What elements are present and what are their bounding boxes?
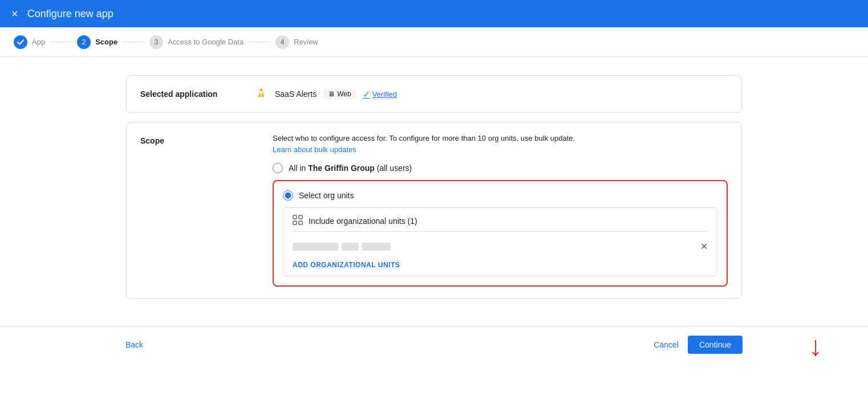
bulk-link[interactable]: Learn about bulk updates [273,145,356,154]
step-review: 4 Review [275,35,318,49]
blur-3 [362,243,391,251]
svg-rect-6 [299,221,302,224]
back-button[interactable]: Back [125,340,143,349]
org-name: The Griffin Group [308,164,375,173]
app-info: SaaS Alerts 🖥 Web ✓ Verified [254,87,397,101]
radio-select-label: Select org units [299,191,354,200]
step-access: 3 Access to Google Data [149,35,244,49]
close-button[interactable]: × [11,7,18,21]
stepper: App 2 Scope 3 Access to Google Data 4 Re… [0,27,868,57]
org-unit-blurred [293,243,391,251]
select-org-radio[interactable]: Select org units [283,190,717,201]
web-badge: 🖥 Web [323,89,355,99]
header: × Configure new app [0,0,868,27]
radio-select-input[interactable] [283,190,293,201]
blur-2 [342,243,359,251]
step-connector-1 [50,42,72,42]
footer-right: Cancel Continue [654,336,743,354]
radio-all-option[interactable]: All in The Griffin Group (all users) [273,163,728,173]
verified-icon: ✓ [363,89,370,100]
svg-rect-3 [293,215,297,219]
web-badge-label: Web [337,90,351,98]
step-1-circle [14,35,27,49]
grid-icon [293,215,303,227]
cancel-button[interactable]: Cancel [654,340,679,349]
footer: Back Cancel Continue [0,326,868,363]
org-units-inner: Include organizational units (1) ✕ ADD O… [283,207,717,276]
selected-app-label: Selected application [140,89,254,99]
svg-rect-5 [293,221,297,224]
radio-all-input[interactable] [273,163,283,173]
blur-1 [293,243,338,251]
app-name: SaaS Alerts [275,89,317,99]
selected-app-card: Selected application SaaS Alerts 🖥 Web ✓… [126,75,742,113]
continue-button[interactable]: Continue [688,336,743,354]
page-title: Configure new app [27,8,113,20]
step-app: App [14,35,45,49]
svg-point-0 [260,89,263,92]
org-units-container: Select org units Include [273,180,728,287]
scope-title: Scope [140,134,254,287]
scope-card: Scope Select who to configure access for… [126,122,742,299]
step-4-label: Review [294,38,318,46]
org-unit-item: ✕ [293,239,708,254]
remove-org-unit-button[interactable]: ✕ [700,241,708,252]
step-3-label: Access to Google Data [168,38,244,46]
main-content: Selected application SaaS Alerts 🖥 Web ✓… [0,57,868,317]
verified-badge[interactable]: ✓ Verified [363,89,397,100]
monitor-icon: 🖥 [328,90,335,98]
org-units-title: Include organizational units (1) [293,215,708,232]
step-4-circle: 4 [275,35,289,49]
all-users-text: (all users) [377,164,412,173]
step-connector-3 [248,42,271,42]
add-org-units-button[interactable]: ADD ORGANIZATIONAL UNITS [293,261,400,269]
step-2-label: Scope [95,38,117,46]
step-2-circle: 2 [77,35,91,49]
step-connector-2 [122,42,145,42]
app-icon [254,87,268,101]
step-1-label: App [32,38,45,46]
verified-label: Verified [372,90,397,99]
svg-rect-4 [299,215,302,219]
org-units-count: Include organizational units (1) [309,217,417,226]
step-3-circle: 3 [149,35,163,49]
radio-all-label: All in The Griffin Group (all users) [289,164,412,173]
scope-description: Select who to configure access for. To c… [273,134,728,142]
step-scope: 2 Scope [77,35,117,49]
scope-content: Select who to configure access for. To c… [273,134,728,287]
